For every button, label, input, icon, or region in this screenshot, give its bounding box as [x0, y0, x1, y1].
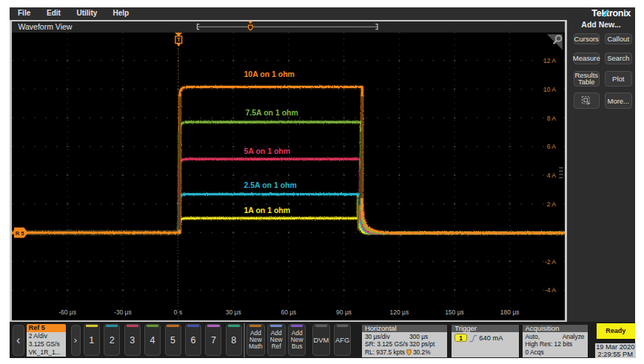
svg-text:2 A: 2 A — [546, 200, 556, 207]
svg-text:1A on 1 ohm: 1A on 1 ohm — [244, 206, 290, 215]
svg-text:2.5A on 1 ohm: 2.5A on 1 ohm — [244, 180, 296, 189]
svg-text:-2 A: -2 A — [544, 257, 555, 265]
svg-text:-60 µs: -60 µs — [58, 309, 76, 316]
svg-text:12 A: 12 A — [543, 56, 555, 64]
svg-text:0 s: 0 s — [173, 309, 181, 316]
svg-text:180 µs: 180 µs — [500, 309, 519, 316]
svg-text:7.5A on 1 ohm: 7.5A on 1 ohm — [245, 108, 298, 117]
svg-text:4 A: 4 A — [546, 172, 556, 179]
svg-text:5A on 1 ohm: 5A on 1 ohm — [244, 146, 290, 155]
svg-text:10A on 1 ohm: 10A on 1 ohm — [244, 69, 294, 78]
svg-text:T: T — [177, 36, 181, 43]
svg-text:120 µs: 120 µs — [389, 309, 409, 316]
svg-text:6 A: 6 A — [546, 143, 556, 150]
svg-text:30 µs: 30 µs — [225, 309, 241, 316]
svg-text:-4 A: -4 A — [544, 286, 555, 294]
svg-text:R 5: R 5 — [15, 229, 24, 236]
svg-text:8 A: 8 A — [546, 114, 556, 121]
svg-text:10 A: 10 A — [543, 85, 555, 92]
svg-text:60 µs: 60 µs — [281, 309, 296, 316]
svg-text:150 µs: 150 µs — [445, 309, 464, 316]
svg-text:-30 µs: -30 µs — [113, 309, 131, 316]
svg-text:90 µs: 90 µs — [336, 309, 352, 316]
